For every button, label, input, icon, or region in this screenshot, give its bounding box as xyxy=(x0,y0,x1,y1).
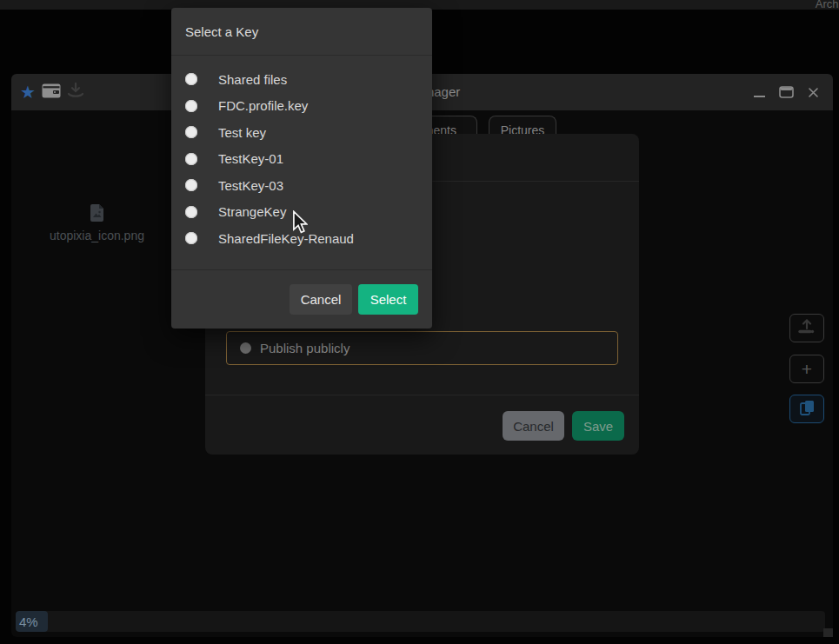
progress-fill: 4% xyxy=(16,611,48,632)
key-option[interactable]: Test key xyxy=(171,119,432,146)
progress-label: 4% xyxy=(19,614,38,629)
radio-icon[interactable] xyxy=(240,342,251,354)
key-option[interactable]: TestKey-01 xyxy=(171,146,432,173)
modal-title: Select a Key xyxy=(171,8,432,56)
desktop: Archit ★ xyxy=(0,0,839,644)
modal-footer: Cancel Select xyxy=(171,269,432,329)
key-option-label: FDC.profile.key xyxy=(218,98,308,113)
key-option[interactable]: FDC.profile.key xyxy=(171,93,432,120)
copy-button[interactable] xyxy=(789,395,824,423)
key-option-label: SharedFileKey-Renaud xyxy=(218,231,354,246)
copy-icon xyxy=(800,400,815,419)
key-option[interactable]: Shared files xyxy=(171,66,432,93)
modal-cancel-button[interactable]: Cancel xyxy=(290,284,352,315)
minimize-button[interactable] xyxy=(751,84,767,100)
image-file-icon xyxy=(90,209,104,224)
close-button[interactable] xyxy=(805,84,821,100)
add-button[interactable]: + xyxy=(789,355,824,383)
resize-grip[interactable] xyxy=(823,628,833,637)
key-option-label: Test key xyxy=(218,125,266,140)
key-option[interactable]: TestKey-03 xyxy=(171,172,432,199)
key-option-label: StrangeKey xyxy=(218,204,286,219)
file-item-label: utopixia_icon.png xyxy=(35,229,159,242)
publish-save-button[interactable]: Save xyxy=(572,411,624,441)
window-controls xyxy=(751,74,821,110)
upload-icon xyxy=(797,319,816,338)
progress-bar: 4% xyxy=(16,611,825,632)
upload-button[interactable] xyxy=(789,314,824,342)
radio-icon[interactable] xyxy=(185,100,197,112)
key-option[interactable]: SharedFileKey-Renaud xyxy=(171,225,432,252)
radio-icon[interactable] xyxy=(185,179,197,191)
key-option-label: TestKey-01 xyxy=(218,151,283,166)
key-options-list: Shared filesFDC.profile.keyTest keyTestK… xyxy=(171,56,432,252)
radio-icon[interactable] xyxy=(185,232,197,244)
file-item[interactable]: utopixia_icon.png xyxy=(35,204,159,242)
radio-icon[interactable] xyxy=(185,126,197,138)
publish-publicly-label: Publish publicly xyxy=(260,341,350,355)
modal-select-button[interactable]: Select xyxy=(358,284,418,315)
plus-icon: + xyxy=(802,359,812,380)
radio-icon[interactable] xyxy=(185,153,197,165)
key-option[interactable]: StrangeKey xyxy=(171,199,432,226)
key-option-label: TestKey-03 xyxy=(218,178,283,193)
maximize-button[interactable] xyxy=(778,84,794,100)
publish-publicly-option[interactable]: Publish publicly xyxy=(226,331,618,365)
select-key-modal: Select a Key Shared filesFDC.profile.key… xyxy=(171,8,432,329)
radio-icon[interactable] xyxy=(185,206,197,218)
menubar-item-archit[interactable]: Archit xyxy=(816,0,839,10)
radio-icon[interactable] xyxy=(185,73,197,85)
publish-cancel-button[interactable]: Cancel xyxy=(503,411,564,441)
key-option-label: Shared files xyxy=(218,72,287,87)
publish-dialog-footer: Cancel Save xyxy=(205,395,639,455)
